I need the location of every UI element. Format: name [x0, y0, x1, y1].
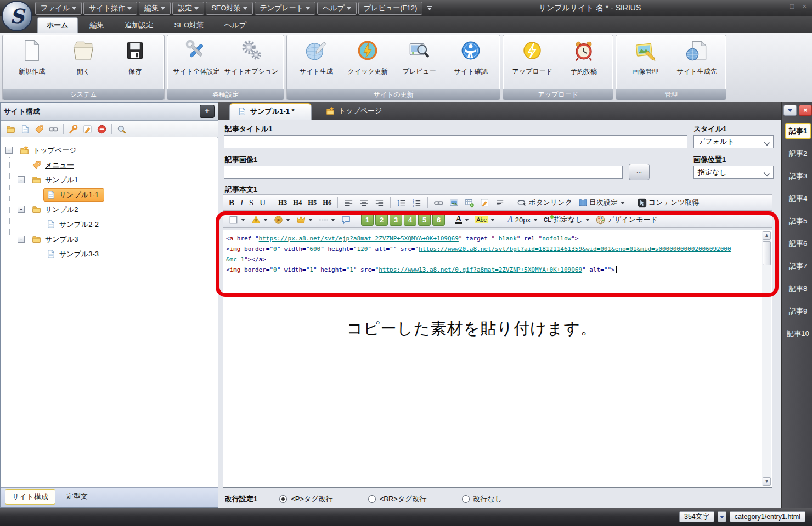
- article-image-input[interactable]: [224, 166, 623, 179]
- settings-button[interactable]: [69, 125, 78, 134]
- scrollbar-thumb[interactable]: [763, 241, 771, 265]
- ribbon-quick-update-button[interactable]: クイック更新: [342, 39, 393, 76]
- article-tab-記事6[interactable]: 記事6: [785, 236, 811, 251]
- delete-button[interactable]: [97, 125, 106, 134]
- ribbon-tab-ホーム[interactable]: ホーム: [37, 17, 78, 33]
- scroll-down-button[interactable]: ▼: [763, 477, 771, 486]
- insert-link-button[interactable]: [432, 197, 446, 209]
- ribbon-open-folder-button[interactable]: 開く: [58, 39, 109, 76]
- tree-item-サンプル2[interactable]: -サンプル2: [1, 202, 217, 217]
- style-select[interactable]: デフォルト: [693, 135, 774, 148]
- ranking-parts-button[interactable]: [294, 214, 315, 226]
- menu-編集[interactable]: 編集: [139, 2, 171, 15]
- insert-image-button[interactable]: [447, 197, 461, 209]
- h3-button[interactable]: H3: [276, 198, 289, 208]
- menu-テンプレート[interactable]: テンプレート: [255, 2, 316, 15]
- button-link-button[interactable]: ボタンリンク: [515, 197, 574, 209]
- article-tab-記事9[interactable]: 記事9: [785, 303, 811, 319]
- ribbon-upload-button[interactable]: アップロード: [506, 39, 558, 76]
- ribbon-gears-button[interactable]: サイトオプション: [222, 39, 280, 76]
- menu-サイト操作[interactable]: サイト操作: [83, 2, 137, 15]
- sidebar-tab-定型文[interactable]: 定型文: [60, 489, 94, 503]
- minimize-button[interactable]: _: [777, 2, 781, 10]
- edit-button[interactable]: [83, 125, 92, 134]
- style-3-button[interactable]: 3: [390, 214, 402, 226]
- ribbon-site-dest-button[interactable]: サイト生成先: [671, 39, 723, 76]
- toc-settings-button[interactable]: 目次設定: [576, 197, 627, 209]
- image-browse-button[interactable]: ...: [629, 164, 650, 180]
- menu-ヘルプ[interactable]: ヘルプ: [317, 2, 357, 15]
- add-category-button[interactable]: [6, 125, 15, 134]
- ribbon-globe-pen-button[interactable]: サイト生成: [290, 39, 342, 76]
- maximize-button[interactable]: □: [790, 2, 794, 10]
- article-body-editor[interactable]: <a href="https://px.a8.net/svt/ejp?a8mat…: [223, 230, 772, 488]
- numbered-list-button[interactable]: 123: [410, 197, 424, 209]
- ribbon-tab-ヘルプ[interactable]: ヘルプ: [216, 18, 255, 33]
- tree-expander[interactable]: -: [18, 236, 25, 243]
- article-tab-記事10[interactable]: 記事10: [785, 326, 811, 342]
- font-size-button[interactable]: A20px: [505, 214, 540, 226]
- point-parts-button[interactable]: P: [272, 214, 292, 226]
- char-count-dropdown-button[interactable]: [718, 511, 726, 522]
- bold-button[interactable]: B: [227, 197, 236, 209]
- article-tab-記事5[interactable]: 記事5: [785, 213, 811, 229]
- font-color-button[interactable]: A: [453, 214, 471, 225]
- style-2-button[interactable]: 2: [375, 214, 388, 226]
- align-center-button[interactable]: [357, 197, 371, 209]
- tree-expander[interactable]: -: [5, 147, 13, 154]
- ribbon-save-button[interactable]: 保存: [109, 39, 161, 76]
- memo-button[interactable]: [478, 197, 492, 209]
- tree-item-サンプル3[interactable]: -サンプル3: [1, 232, 217, 247]
- tag-button[interactable]: [35, 125, 44, 134]
- menu-SEO対策[interactable]: SEO対策: [206, 2, 252, 15]
- style-5-button[interactable]: 5: [418, 214, 431, 226]
- content-get-button[interactable]: コンテンツ取得: [635, 197, 702, 209]
- article-close-button[interactable]: ×: [799, 105, 812, 116]
- article-tab-記事3[interactable]: 記事3: [785, 168, 811, 184]
- scroll-up-button[interactable]: ▲: [763, 231, 771, 240]
- style-1-button[interactable]: 1: [361, 214, 374, 226]
- linebreak-radio-改行なし[interactable]: 改行なし: [462, 494, 503, 504]
- tree-item-サンプル2-2[interactable]: サンプル2-2: [1, 217, 217, 232]
- highlight-button[interactable]: Abc: [473, 215, 497, 224]
- tree-item-サンプル3-3[interactable]: サンプル3-3: [1, 247, 217, 261]
- article-title-input[interactable]: [224, 135, 687, 148]
- divider-parts-button[interactable]: [317, 214, 337, 226]
- tree-item-サンプル1[interactable]: -サンプル1: [1, 172, 217, 187]
- tree-expander[interactable]: -: [18, 176, 25, 183]
- ribbon-new-file-button[interactable]: 新規作成: [6, 39, 58, 76]
- h4-button[interactable]: H4: [291, 198, 304, 208]
- ribbon-collapse-button[interactable]: [424, 5, 435, 12]
- bullet-list-button[interactable]: [394, 197, 408, 209]
- document-tab-トップページ[interactable]: トップページ: [318, 102, 390, 120]
- align-left-button[interactable]: [342, 197, 356, 209]
- insert-table-button[interactable]: [463, 197, 476, 209]
- tree-item-メニュー[interactable]: メニュー: [1, 158, 217, 172]
- tree-item-サンプル1-1[interactable]: サンプル1-1: [1, 187, 217, 202]
- frame-parts-button[interactable]: [227, 214, 247, 226]
- tree-item-トップページ[interactable]: -トップページ: [1, 143, 217, 158]
- close-button[interactable]: ×: [802, 2, 807, 10]
- link-button[interactable]: [49, 125, 58, 134]
- ribbon-preview-button[interactable]: プレビュー: [393, 39, 445, 76]
- ribbon-schedule-button[interactable]: 予約投稿: [558, 39, 610, 76]
- ribbon-site-check-button[interactable]: サイト確認: [445, 39, 497, 76]
- preview-f12-button[interactable]: プレビュー(F12): [358, 2, 422, 15]
- article-tab-記事1[interactable]: 記事1: [785, 123, 811, 139]
- article-list-dropdown-button[interactable]: [783, 105, 797, 116]
- style-4-button[interactable]: 4: [404, 214, 416, 226]
- image-position-select[interactable]: 指定なし: [693, 166, 774, 179]
- article-tab-記事7[interactable]: 記事7: [785, 258, 811, 274]
- char-count-badge[interactable]: 354文字: [679, 511, 714, 522]
- add-page-button[interactable]: [20, 125, 30, 134]
- article-tab-記事2[interactable]: 記事2: [785, 146, 811, 161]
- tree-expander[interactable]: -: [18, 206, 25, 213]
- vertical-scrollbar[interactable]: ▲ ▼: [762, 231, 771, 486]
- ribbon-image-manage-button[interactable]: 画像管理: [619, 39, 671, 76]
- document-tab-サンプル1-1 *[interactable]: サンプル1-1 *: [229, 103, 312, 120]
- paragraph-button[interactable]: [493, 197, 507, 209]
- linebreak-radio-<P>タグ改行[interactable]: <P>タグ改行: [279, 494, 332, 504]
- design-mode-button[interactable]: デザインモード: [594, 214, 660, 226]
- h5-button[interactable]: H5: [306, 198, 319, 208]
- sidebar-tab-サイト構成[interactable]: サイト構成: [5, 489, 55, 505]
